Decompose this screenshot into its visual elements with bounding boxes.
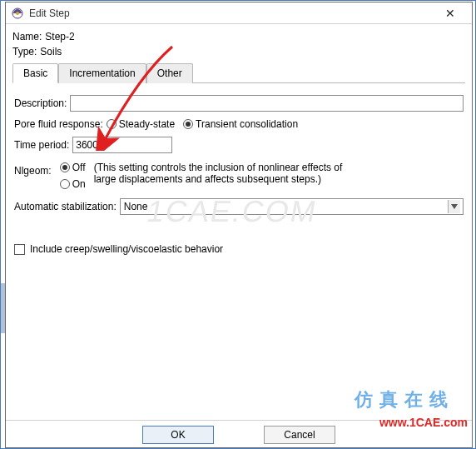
radio-nlgeom-on[interactable]: On (60, 178, 86, 190)
name-label: Name: (12, 31, 42, 42)
radio-steady-label: Steady-state (119, 118, 175, 130)
dialog-body: Name: Step-2 Type: Soils Basic Increment… (6, 24, 472, 262)
stabilization-select[interactable]: None (120, 198, 464, 215)
radio-transient[interactable]: Transient consolidation (183, 118, 298, 130)
stabilization-label: Automatic stabilization: (14, 201, 117, 212)
nlgeom-group: Off On (60, 162, 86, 190)
radio-nlgeom-off[interactable]: Off (60, 162, 86, 173)
pore-fluid-group: Steady-state Transient consolidation (107, 118, 298, 130)
radio-icon (183, 119, 193, 129)
dialog-button-row: OK Cancel (6, 420, 472, 444)
app-icon (11, 7, 24, 20)
cancel-button[interactable]: Cancel (264, 426, 335, 444)
time-period-input[interactable] (72, 137, 172, 153)
nlgeom-label: Nlgeom: (14, 165, 52, 177)
close-button[interactable]: ✕ (434, 3, 467, 23)
stabilization-value: None (124, 201, 148, 212)
tab-panel-basic: Description: Pore fluid response: Steady… (12, 83, 465, 262)
tab-other[interactable]: Other (146, 63, 193, 83)
title-bar: Edit Step ✕ (6, 2, 472, 24)
type-label: Type: (12, 46, 37, 57)
type-value: Soils (40, 46, 62, 57)
ok-label: OK (171, 429, 185, 441)
tab-incrementation-label: Incrementation (69, 67, 135, 79)
radio-icon (60, 162, 70, 172)
chevron-down-icon (448, 200, 460, 213)
name-value: Step-2 (45, 31, 74, 42)
ok-button[interactable]: OK (142, 426, 214, 444)
description-label: Description: (14, 97, 67, 109)
radio-steady-state[interactable]: Steady-state (107, 118, 175, 130)
cancel-label: Cancel (284, 429, 315, 441)
tab-basic-label: Basic (23, 67, 47, 79)
close-icon: ✕ (445, 7, 455, 20)
radio-on-label: On (72, 178, 86, 190)
pore-fluid-label: Pore fluid response: (14, 118, 103, 130)
radio-transient-label: Transient consolidation (196, 118, 298, 130)
radio-icon (107, 119, 117, 129)
svg-point-1 (16, 12, 19, 15)
nlgeom-hint: (This setting controls the inclusion of … (94, 162, 360, 185)
tab-other-label: Other (157, 67, 182, 79)
description-input[interactable] (70, 95, 464, 112)
radio-icon (60, 179, 70, 189)
tab-basic[interactable]: Basic (12, 63, 58, 83)
window-title: Edit Step (29, 7, 434, 19)
time-period-label: Time period: (14, 139, 69, 151)
creep-label: Include creep/swelling/viscoelastic beha… (30, 243, 223, 255)
radio-off-label: Off (72, 162, 86, 173)
tab-strip: Basic Incrementation Other (12, 62, 465, 83)
edit-step-dialog: Edit Step ✕ Name: Step-2 Type: Soils Bas… (5, 2, 473, 448)
creep-checkbox[interactable] (14, 244, 25, 255)
tab-incrementation[interactable]: Incrementation (58, 63, 146, 83)
